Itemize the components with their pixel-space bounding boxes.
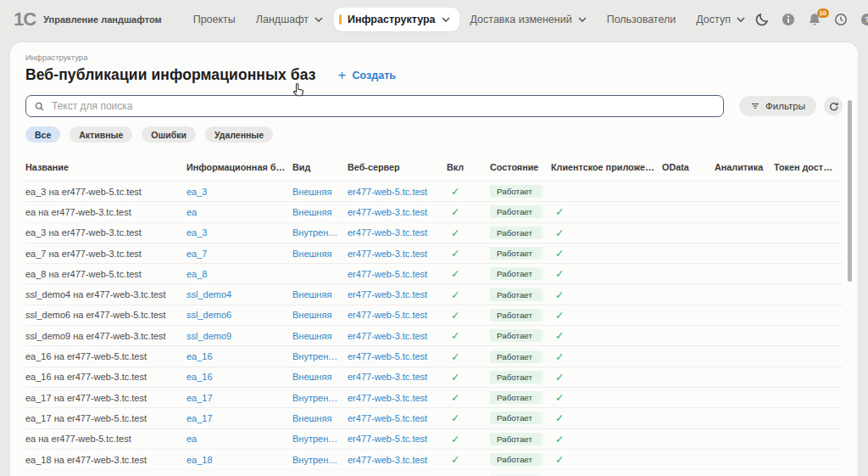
info-icon[interactable] xyxy=(781,12,796,27)
chip-label: Ошибки xyxy=(151,130,186,140)
webserver-link[interactable]: er477-web-5.tc.test xyxy=(348,351,447,361)
help-icon[interactable]: ? xyxy=(860,12,868,27)
status-badge: Работает xyxy=(490,391,551,404)
filter-chip-2[interactable]: Ошибки xyxy=(142,126,196,143)
infobase-link[interactable]: ea_16 xyxy=(186,351,292,361)
infobase-link[interactable]: ea_7 xyxy=(186,249,292,259)
table-row[interactable]: ea на er477-web-3.tc.testeaВнешняяer477-… xyxy=(25,201,843,221)
brand: 1С Управление ландшафтом xyxy=(14,10,162,29)
webserver-link[interactable]: er477-web-3.tc.test xyxy=(348,207,447,217)
filters-button[interactable]: Фильтры xyxy=(739,96,816,116)
table-row[interactable]: ssl_demo6 на er477-web-5.tc.testssl_demo… xyxy=(25,305,843,325)
infobase-link[interactable]: ssl_demo9 xyxy=(186,331,292,341)
infobase-link[interactable]: ea xyxy=(186,434,292,444)
client-app-check-icon: ✓ xyxy=(551,205,662,218)
webserver-link[interactable]: er477-web-3.tc.test xyxy=(348,372,447,382)
nav-item-delivery[interactable]: Доставка изменений xyxy=(461,8,596,31)
infobase-link[interactable]: ea_17 xyxy=(186,413,292,423)
breadcrumb[interactable]: Инфраструктура xyxy=(25,53,843,62)
kind-value: Внешняя xyxy=(292,331,348,341)
table-row[interactable]: ssl_demo4 на er477-web-3.tc.testssl_demo… xyxy=(25,283,843,304)
kind-value: Внешняя xyxy=(292,413,348,423)
infobase-link[interactable]: ea_16 xyxy=(186,372,292,382)
webserver-link[interactable]: er477-web-3.tc.test xyxy=(348,331,447,341)
table-row[interactable]: ea_8 на er477-web-5.tc.testea_8er477-web… xyxy=(25,263,843,283)
dark-mode-icon[interactable] xyxy=(754,12,770,27)
vertical-scrollbar[interactable] xyxy=(848,100,852,282)
nav-item-label: Проекты xyxy=(193,14,236,25)
title-row: Веб-публикации информационных баз + Созд… xyxy=(25,66,843,84)
webserver-link[interactable]: er477-web-5.tc.test xyxy=(348,269,447,279)
column-header-7: OData xyxy=(662,162,715,172)
nav-item-label: Доступ xyxy=(696,14,731,25)
table-row[interactable]: ea_3 на er477-web-5.tc.testea_3Внешняяer… xyxy=(25,181,843,201)
client-app-check-icon: ✓ xyxy=(551,267,662,280)
infobase-link[interactable]: ea_17 xyxy=(186,393,292,403)
filters-button-label: Фильтры xyxy=(765,101,805,111)
webserver-link[interactable]: er477-web-3.tc.test xyxy=(348,455,447,465)
webserver-link[interactable]: er477-web-3.tc.test xyxy=(348,249,447,259)
publication-name: ea на er477-web-5.tc.test xyxy=(25,434,186,444)
table-row[interactable]: ea_7 на er477-web-3.tc.testea_7Внешняяer… xyxy=(25,243,843,263)
publication-name: ea_17 на er477-web-3.tc.test xyxy=(25,393,186,403)
search-box[interactable] xyxy=(25,95,724,117)
webserver-link[interactable]: er477-web-5.tc.test xyxy=(348,434,447,444)
table-row[interactable]: ssl_demo9 на er477-web-3.tc.testssl_demo… xyxy=(25,325,843,345)
client-app-check-icon: ✓ xyxy=(551,227,662,239)
publication-name: ea на er477-web-3.tc.test xyxy=(25,207,186,217)
webserver-link[interactable]: er477-web-3.tc.test xyxy=(348,393,447,403)
table-row[interactable]: ea_16 на er477-web-3.tc.testea_16Внешняя… xyxy=(25,367,843,387)
webserver-link[interactable]: er477-web-5.tc.test xyxy=(348,413,447,423)
table-row[interactable]: ea_18 на er477-web-5.tc.testea_18Внешняя… xyxy=(25,469,843,476)
filter-chip-3[interactable]: Удаленные xyxy=(205,126,273,143)
infobase-link[interactable]: ea_18 xyxy=(186,455,292,465)
plus-icon: + xyxy=(338,68,347,82)
create-button[interactable]: + Создать xyxy=(338,68,396,82)
table-row[interactable]: ea_18 на er477-web-3.tc.testea_18Внутрен… xyxy=(25,449,843,469)
filter-chip-1[interactable]: Активные xyxy=(70,126,132,143)
table-row[interactable]: ea на er477-web-5.tc.testeaВнутренняяer4… xyxy=(25,428,843,449)
chevron-down-icon xyxy=(578,17,587,23)
nav-item-projects[interactable]: Проекты xyxy=(184,8,245,31)
kind-value: Внутренняя xyxy=(292,434,348,444)
infobase-link[interactable]: ea_3 xyxy=(186,187,292,197)
enabled-check-icon: ✓ xyxy=(447,309,490,322)
infobase-link[interactable]: ssl_demo6 xyxy=(186,310,292,320)
nav-item-users[interactable]: Пользователи xyxy=(598,8,686,31)
publication-name: ea_16 на er477-web-3.tc.test xyxy=(25,372,186,382)
nav-item-access[interactable]: Доступ xyxy=(687,8,754,31)
enabled-check-icon: ✓ xyxy=(447,371,490,384)
notifications-icon[interactable]: 10 xyxy=(807,12,822,27)
infobase-link[interactable]: ssl_demo4 xyxy=(186,289,292,300)
table-row[interactable]: ea_17 на er477-web-5.tc.testea_17Внешняя… xyxy=(25,407,843,428)
refresh-button[interactable] xyxy=(824,97,843,115)
column-header-6: Клиентское приложение xyxy=(551,162,662,172)
infobase-link[interactable]: ea xyxy=(186,207,292,217)
webserver-link[interactable]: er477-web-3.tc.test xyxy=(348,289,447,300)
main-nav: ПроектыЛандшафтИнфраструктураДоставка из… xyxy=(184,8,754,31)
webserver-link[interactable]: er477-web-5.tc.test xyxy=(348,187,447,197)
infobase-link[interactable]: ea_3 xyxy=(186,227,292,238)
chip-label: Все xyxy=(35,130,51,140)
publication-name: ea_7 на er477-web-3.tc.test xyxy=(25,249,186,259)
nav-item-infrastructure[interactable]: Инфраструктура xyxy=(334,8,459,31)
search-input[interactable] xyxy=(52,100,715,112)
chip-label: Удаленные xyxy=(214,130,264,140)
table-row[interactable]: ea_16 на er477-web-5.tc.testea_16Внутрен… xyxy=(25,345,843,366)
webserver-link[interactable]: er477-web-3.tc.test xyxy=(348,227,447,238)
content-card: Инфраструктура Веб-публикации информацио… xyxy=(10,42,858,476)
column-header-0: Название xyxy=(25,162,186,172)
webserver-link[interactable]: er477-web-5.tc.test xyxy=(348,310,447,320)
svg-text:?: ? xyxy=(865,15,868,24)
enabled-check-icon: ✓ xyxy=(447,350,490,363)
nav-item-landscape[interactable]: Ландшафт xyxy=(247,8,332,31)
filter-chip-0[interactable]: Все xyxy=(25,126,60,143)
table-row[interactable]: ea_17 на er477-web-3.tc.testea_17Внутрен… xyxy=(25,387,843,407)
table-header-row: НазваниеИнформационная базаВидВеб-сервер… xyxy=(25,154,843,181)
chevron-down-icon xyxy=(314,17,323,23)
history-icon[interactable] xyxy=(833,12,849,27)
infobase-link[interactable]: ea_8 xyxy=(186,269,292,279)
enabled-check-icon: ✓ xyxy=(447,205,490,218)
table-row[interactable]: ea_3 на er477-web-3.tc.testea_3Внутрення… xyxy=(25,222,843,243)
topbar-icons: 10? xyxy=(754,12,868,27)
